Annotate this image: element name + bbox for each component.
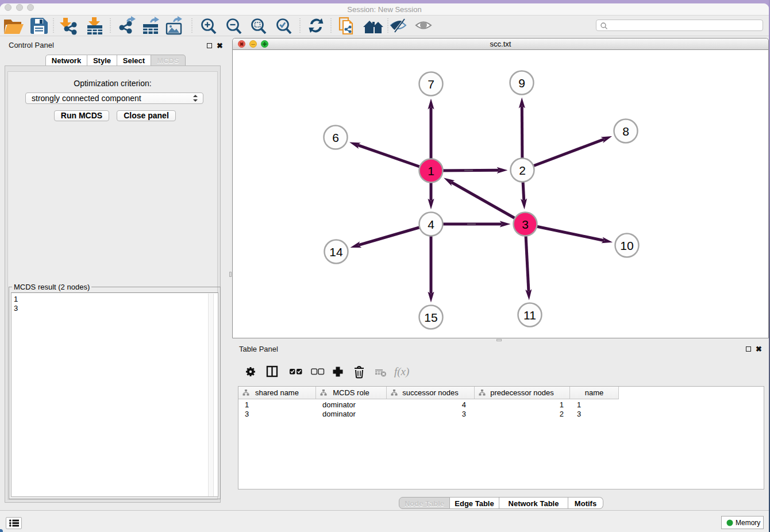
- svg-text:11: 11: [523, 309, 536, 322]
- svg-text:8: 8: [622, 125, 629, 138]
- svg-text:9: 9: [518, 76, 525, 90]
- svg-text:3: 3: [522, 218, 529, 231]
- svg-text:1: 1: [428, 164, 434, 178]
- svg-text:6: 6: [332, 131, 339, 144]
- svg-text:4: 4: [428, 218, 434, 231]
- svg-text:2: 2: [519, 164, 526, 177]
- svg-text:f(x): f(x): [394, 365, 409, 378]
- svg-text:14: 14: [329, 245, 343, 259]
- svg-text:15: 15: [424, 311, 437, 324]
- svg-text:10: 10: [620, 239, 633, 252]
- svg-text:7: 7: [428, 78, 434, 91]
